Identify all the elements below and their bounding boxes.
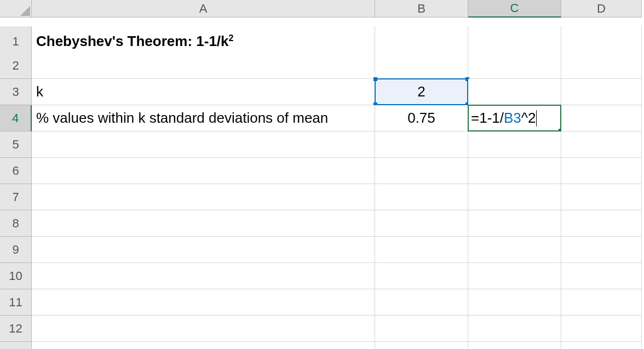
cell-B13[interactable]	[375, 342, 468, 349]
cell-D4[interactable]	[561, 105, 642, 131]
cell-C13[interactable]	[468, 342, 561, 349]
cell-A5[interactable]	[32, 131, 375, 158]
col-header-A[interactable]: A	[32, 0, 375, 18]
cell-B2[interactable]	[375, 53, 468, 79]
cell-A7[interactable]	[32, 184, 375, 210]
row-header-8[interactable]: 8	[0, 210, 32, 237]
cell-A6[interactable]	[32, 158, 375, 184]
cell-C6[interactable]	[468, 158, 561, 184]
row-header-12[interactable]: 12	[0, 316, 32, 342]
svg-marker-0	[20, 6, 30, 16]
cell-text: Chebyshev's Theorem: 1-1/k	[36, 33, 229, 50]
cell-D9[interactable]	[561, 237, 642, 263]
row-header-11[interactable]: 11	[0, 289, 32, 316]
cell-C12[interactable]	[468, 316, 561, 342]
cell-D13[interactable]	[561, 342, 642, 349]
cell-B12[interactable]	[375, 316, 468, 342]
cell-C10[interactable]	[468, 263, 561, 289]
cell-B6[interactable]	[375, 158, 468, 184]
cell-A13[interactable]	[32, 342, 375, 349]
cell-B9[interactable]	[375, 237, 468, 263]
cell-C5[interactable]	[468, 131, 561, 158]
cell-D11[interactable]	[561, 289, 642, 316]
cell-D8[interactable]	[561, 210, 642, 237]
cell-text: 2	[417, 83, 425, 100]
col-header-B[interactable]: B	[375, 0, 468, 18]
cell-A3[interactable]: k	[32, 79, 375, 105]
row-header-6[interactable]: 6	[0, 158, 32, 184]
row-header-5[interactable]: 5	[0, 131, 32, 158]
cell-B4[interactable]: 0.75	[375, 105, 468, 131]
formula-text: =1-1/	[471, 110, 504, 127]
cell-text: 0.75	[407, 110, 435, 127]
cell-B7[interactable]	[375, 184, 468, 210]
cell-text: % values within k standard deviations of…	[36, 110, 328, 127]
col-header-C[interactable]: C	[468, 0, 561, 18]
cell-A8[interactable]	[32, 210, 375, 237]
row-header-7[interactable]: 7	[0, 184, 32, 210]
cell-text: k	[36, 83, 43, 100]
cell-A12[interactable]	[32, 316, 375, 342]
select-all-corner[interactable]	[0, 0, 32, 18]
row-header-2[interactable]: 2	[0, 53, 32, 79]
cell-D7[interactable]	[561, 184, 642, 210]
cell-D2[interactable]	[561, 53, 642, 79]
cell-B8[interactable]	[375, 210, 468, 237]
cell-A2[interactable]	[32, 53, 375, 79]
cell-text: 2	[229, 33, 234, 43]
cell-C11[interactable]	[468, 289, 561, 316]
cell-C9[interactable]	[468, 237, 561, 263]
cell-A9[interactable]	[32, 237, 375, 263]
cell-C7[interactable]	[468, 184, 561, 210]
row-header-13[interactable]: 13	[0, 342, 32, 349]
row-header-9[interactable]: 9	[0, 237, 32, 263]
cell-A4[interactable]: % values within k standard deviations of…	[32, 105, 375, 131]
cell-D6[interactable]	[561, 158, 642, 184]
cell-B5[interactable]	[375, 131, 468, 158]
cell-D10[interactable]	[561, 263, 642, 289]
formula-editor[interactable]: =1-1/B3^2	[468, 105, 561, 131]
cell-D5[interactable]	[561, 131, 642, 158]
row-header-10[interactable]: 10	[0, 263, 32, 289]
cell-B3[interactable]: 2	[375, 79, 468, 105]
row-header-3[interactable]: 3	[0, 79, 32, 105]
cell-C8[interactable]	[468, 210, 561, 237]
cell-C2[interactable]	[468, 53, 561, 79]
cell-A10[interactable]	[32, 263, 375, 289]
cell-C3[interactable]	[468, 79, 561, 105]
cell-B11[interactable]	[375, 289, 468, 316]
text-cursor	[536, 110, 537, 127]
formula-text: ^2	[521, 110, 536, 127]
row-header-4[interactable]: 4	[0, 105, 32, 131]
cell-A11[interactable]	[32, 289, 375, 316]
cell-D12[interactable]	[561, 316, 642, 342]
cell-C4[interactable]: =1-1/B3^2	[468, 105, 561, 131]
col-header-D[interactable]: D	[561, 0, 642, 18]
formula-cell-ref: B3	[504, 110, 521, 127]
cell-D3[interactable]	[561, 79, 642, 105]
cell-B10[interactable]	[375, 263, 468, 289]
